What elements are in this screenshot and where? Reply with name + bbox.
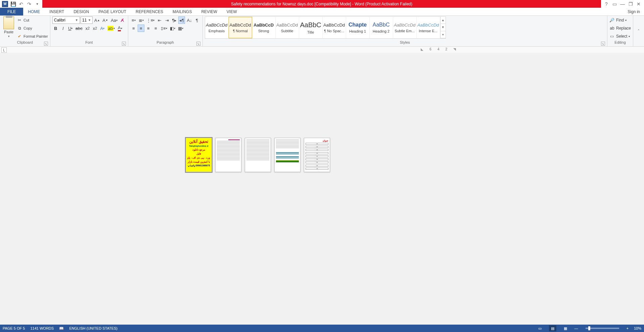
numbering-button[interactable]: ≣▾	[138, 16, 145, 24]
horizontal-ruler[interactable]: L ◣ 6 4 2 ◥	[0, 47, 644, 53]
save-button[interactable]: 💾	[10, 1, 16, 7]
increase-indent-button[interactable]: ⇥	[164, 16, 170, 24]
zoom-slider[interactable]	[586, 328, 619, 329]
font-launcher[interactable]: ↘	[122, 42, 126, 46]
document-canvas[interactable]: تحقیق آنلاین Tahghighonline.ir مرجع دانل…	[0, 54, 644, 325]
select-button[interactable]: ▭Select▾	[609, 33, 631, 40]
style-normal[interactable]: AaBbCcDd¶ Normal	[229, 17, 252, 38]
sort-button[interactable]: A↓	[186, 16, 193, 24]
decrease-indent-button[interactable]: ⇤	[156, 16, 163, 24]
clear-formatting-button[interactable]: A̸	[119, 16, 126, 24]
copy-button[interactable]: ⧉Copy	[17, 25, 48, 32]
grow-font-button[interactable]: A▲	[93, 16, 101, 24]
tab-home[interactable]: HOME	[23, 8, 45, 15]
tab-page-layout[interactable]: PAGE LAYOUT	[94, 8, 131, 15]
font-name-combo[interactable]: Calibri▼	[52, 16, 80, 24]
web-layout-button[interactable]: ▦	[562, 325, 569, 331]
multilevel-list-button[interactable]: ⋮≡▾	[145, 16, 156, 24]
justify-button[interactable]: ≡	[152, 25, 159, 32]
title-bar: W 💾 ↶ ↷ ▼ Safety recommendations for Now…	[0, 0, 644, 8]
text-effects-button[interactable]: A▾	[99, 25, 106, 32]
collapse-ribbon-button[interactable]: ˄	[635, 29, 642, 34]
italic-button[interactable]: I	[60, 25, 66, 32]
find-button[interactable]: 🔎Find▾	[609, 16, 631, 24]
style-subtle-emphasis[interactable]: AaBbCcDdSubtle Em...	[393, 17, 417, 38]
style-heading1[interactable]: ChapteHeading 1	[346, 17, 370, 38]
qat-customize[interactable]: ▼	[34, 1, 40, 7]
page-thumb-1[interactable]: عنوان	[304, 138, 330, 172]
style-title[interactable]: AaBbCTitle	[299, 17, 323, 38]
line-spacing-button[interactable]: ‡≡▾	[160, 25, 168, 32]
help-button[interactable]: ?	[603, 1, 610, 7]
restore-button[interactable]: ❐	[627, 1, 634, 7]
align-right-button[interactable]: ≡	[145, 25, 152, 32]
chevron-down-icon: ▼	[88, 18, 91, 22]
format-painter-button[interactable]: ✔Format Painter	[17, 33, 48, 40]
tab-file[interactable]: FILE	[0, 8, 23, 15]
tab-review[interactable]: REVIEW	[196, 8, 222, 15]
page-thumb-5[interactable]: تحقیق آنلاین Tahghighonline.ir مرجع دانل…	[186, 138, 212, 172]
brush-icon: ✔	[17, 34, 22, 39]
strikethrough-button[interactable]: abc	[75, 25, 84, 32]
tab-view[interactable]: VIEW	[222, 8, 242, 15]
page-indicator[interactable]: PAGE 5 OF 5	[3, 326, 25, 330]
read-mode-button[interactable]: ▭	[536, 325, 544, 331]
style-strong[interactable]: AaBbCcDStrong	[252, 17, 276, 38]
zoom-out-button[interactable]: —	[574, 326, 578, 330]
style-no-spacing[interactable]: AaBbCcDd¶ No Spac...	[323, 17, 346, 38]
shrink-font-button[interactable]: A▼	[101, 16, 109, 24]
show-marks-button[interactable]: ¶	[194, 16, 200, 24]
ribbon-options-button[interactable]: ▭	[611, 1, 618, 7]
sign-in-link[interactable]: Sign in	[626, 8, 642, 15]
minimize-button[interactable]: —	[619, 1, 626, 7]
clipboard-launcher[interactable]: ↘	[44, 42, 48, 46]
align-left-button[interactable]: ≡	[130, 25, 137, 32]
spellcheck-button[interactable]: 📖	[59, 326, 64, 331]
styles-scroll-up[interactable]: ▲	[441, 17, 446, 24]
print-layout-button[interactable]: ▤	[549, 325, 556, 331]
redo-button[interactable]: ↷	[26, 1, 32, 7]
change-case-button[interactable]: Aa▾	[110, 16, 119, 24]
rtl-direction-button[interactable]: ◂¶	[178, 16, 185, 24]
cut-button[interactable]: ✂Cut	[17, 16, 48, 24]
close-button[interactable]: ✕	[635, 1, 642, 7]
ruler-indent-left-icon[interactable]: ◣	[421, 47, 423, 51]
tab-mailings[interactable]: MAILINGS	[168, 8, 196, 15]
page-thumb-3[interactable]	[245, 138, 271, 172]
styles-launcher[interactable]: ↘	[601, 42, 605, 46]
styles-scroll-down[interactable]: ▼	[441, 24, 446, 31]
borders-button[interactable]: ▦▾	[177, 25, 184, 32]
paragraph-launcher[interactable]: ↘	[196, 42, 200, 46]
font-size-combo[interactable]: 11▼	[81, 16, 93, 24]
zoom-in-button[interactable]: +	[627, 326, 629, 330]
ltr-direction-button[interactable]: ¶▸	[171, 16, 178, 24]
superscript-button[interactable]: x2	[92, 25, 98, 32]
paste-button[interactable]: Paste ▾	[2, 16, 15, 38]
subscript-button[interactable]: x2	[84, 25, 91, 32]
style-heading2[interactable]: AaBbCHeading 2	[370, 17, 393, 38]
shading-button[interactable]: ◧▾	[169, 25, 176, 32]
word-count[interactable]: 1141 WORDS	[30, 326, 54, 330]
ruler-indent-right-icon[interactable]: ◥	[453, 47, 456, 51]
tab-selector[interactable]: L	[1, 47, 7, 53]
page-thumb-4[interactable]	[215, 138, 241, 172]
styles-expand[interactable]: ▾	[441, 31, 446, 38]
style-subtitle[interactable]: AaBbCcDdSubtitle	[276, 17, 299, 38]
zoom-level[interactable]: 10%	[634, 326, 641, 330]
tab-insert[interactable]: INSERT	[45, 8, 69, 15]
replace-button[interactable]: abReplace	[609, 25, 631, 32]
style-emphasis[interactable]: AaBbCcDdEmphasis	[205, 17, 229, 38]
tab-references[interactable]: REFERENCES	[131, 8, 168, 15]
font-color-button[interactable]: A▾	[117, 25, 123, 32]
undo-button[interactable]: ↶	[18, 1, 24, 7]
language-indicator[interactable]: ENGLISH (UNITED STATES)	[69, 326, 118, 330]
underline-button[interactable]: U▾	[67, 25, 74, 32]
tab-design[interactable]: DESIGN	[69, 8, 94, 15]
bold-button[interactable]: B	[52, 25, 59, 32]
bullets-button[interactable]: ≡▾	[130, 16, 137, 24]
align-center-button[interactable]: ≡	[138, 25, 144, 32]
zoom-thumb[interactable]	[588, 326, 590, 330]
highlight-button[interactable]: ab▾	[106, 25, 116, 32]
style-intense-emphasis[interactable]: AaBbCcDdIntense E...	[417, 17, 440, 38]
page-thumb-2[interactable]	[274, 138, 301, 172]
